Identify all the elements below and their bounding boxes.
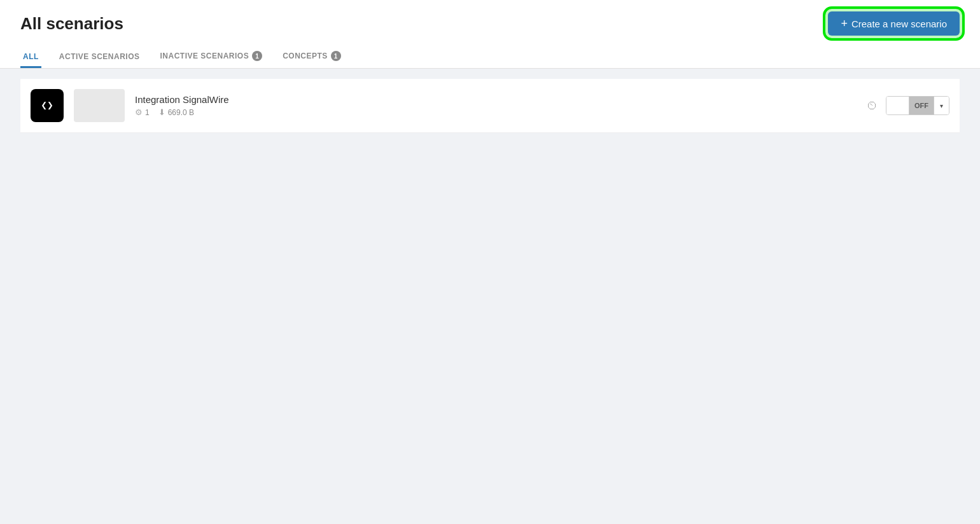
signalwire-logo-icon: ❮❯ xyxy=(38,97,56,114)
connections-count: 1 xyxy=(145,108,150,117)
tabs-container: ALL ACTIVE SCENARIOS INACTIVE SCENARIOS … xyxy=(20,46,960,68)
toggle-switch[interactable] xyxy=(886,97,909,114)
tab-inactive-scenarios[interactable]: INACTIVE SCENARIOS 1 xyxy=(158,46,265,68)
scenario-thumbnail xyxy=(74,89,125,122)
page-container: All scenarios + Create a new scenario AL… xyxy=(0,0,980,524)
tab-concepts-label: CONCEPTS xyxy=(283,52,328,60)
toggle-off-label[interactable]: OFF xyxy=(909,97,934,114)
create-button-label: Create a new scenario xyxy=(851,18,947,29)
create-scenario-button[interactable]: + Create a new scenario xyxy=(828,11,960,36)
clock-icon: ⏲ xyxy=(867,99,878,113)
meta-connections: ⚙ 1 xyxy=(135,107,150,117)
tab-active-scenarios[interactable]: ACTIVE SCENARIOS xyxy=(57,47,143,68)
connections-icon: ⚙ xyxy=(135,107,143,117)
tab-active-label: ACTIVE SCENARIOS xyxy=(59,52,140,61)
scenario-controls: ⏲ OFF ▾ xyxy=(867,96,949,115)
tab-all[interactable]: ALL xyxy=(20,47,41,68)
inactive-badge: 1 xyxy=(252,51,262,61)
size-value: 669.0 B xyxy=(168,108,194,117)
meta-size: ⬇ 669.0 B xyxy=(158,107,194,117)
size-icon: ⬇ xyxy=(158,107,165,117)
main-content: ❮❯ Integration SignalWire ⚙ 1 ⬇ 669.0 B xyxy=(0,69,980,143)
scenario-icon: ❮❯ xyxy=(31,89,64,122)
tab-concepts[interactable]: CONCEPTS 1 xyxy=(280,46,344,68)
toggle-dropdown-button[interactable]: ▾ xyxy=(934,97,949,114)
plus-icon: + xyxy=(841,18,848,29)
scenario-list: ❮❯ Integration SignalWire ⚙ 1 ⬇ 669.0 B xyxy=(20,79,960,133)
header-top: All scenarios + Create a new scenario xyxy=(20,11,960,36)
table-row: ❮❯ Integration SignalWire ⚙ 1 ⬇ 669.0 B xyxy=(20,79,960,133)
page-title: All scenarios xyxy=(20,14,123,34)
tab-inactive-label: INACTIVE SCENARIOS xyxy=(160,52,249,60)
scenario-info: Integration SignalWire ⚙ 1 ⬇ 669.0 B xyxy=(135,94,857,117)
tab-all-label: ALL xyxy=(23,52,39,61)
concepts-badge: 1 xyxy=(331,51,341,61)
svg-text:❮❯: ❮❯ xyxy=(41,99,53,111)
scenario-meta: ⚙ 1 ⬇ 669.0 B xyxy=(135,107,857,117)
toggle-container: OFF ▾ xyxy=(886,96,949,115)
scenario-name: Integration SignalWire xyxy=(135,94,857,105)
chevron-down-icon: ▾ xyxy=(940,102,943,109)
header-area: All scenarios + Create a new scenario AL… xyxy=(0,0,980,69)
